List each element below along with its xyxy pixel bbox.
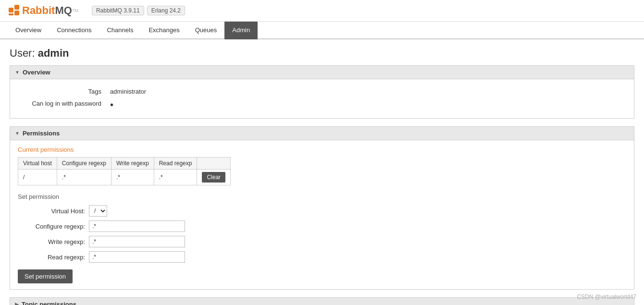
write-regexp-row: Write regexp: bbox=[18, 236, 626, 247]
tags-row: Tags administrator bbox=[19, 86, 625, 97]
permissions-table-header-row: Virtual host Configure regexp Write rege… bbox=[18, 158, 231, 170]
tags-label: Tags bbox=[19, 86, 105, 97]
permissions-table: Virtual host Configure regexp Write rege… bbox=[18, 157, 231, 185]
logo: RabbitMQTM bbox=[8, 4, 78, 17]
col-read: Read regexp bbox=[154, 158, 197, 170]
overview-section-title: Overview bbox=[23, 69, 50, 76]
row-vhost: / bbox=[18, 170, 57, 185]
permissions-section-title: Permissions bbox=[23, 130, 60, 137]
password-row: Can log in with password • bbox=[19, 98, 625, 111]
overview-section-header[interactable]: Overview bbox=[10, 65, 634, 79]
svg-rect-1 bbox=[14, 5, 19, 10]
top-bar: RabbitMQTM RabbitMQ 3.9.11 Erlang 24.2 bbox=[0, 0, 644, 22]
nav-overview[interactable]: Overview bbox=[8, 22, 49, 39]
table-row: / .* .* .* Clear bbox=[18, 170, 231, 185]
col-vhost: Virtual host bbox=[18, 158, 57, 170]
nav-admin[interactable]: Admin bbox=[224, 22, 258, 39]
nav-queues[interactable]: Queues bbox=[187, 22, 225, 39]
password-label: Can log in with password bbox=[19, 98, 105, 111]
set-permission-button[interactable]: Set permission bbox=[18, 269, 73, 283]
permissions-table-body: / .* .* .* Clear bbox=[18, 170, 231, 185]
write-regexp-label: Write regexp: bbox=[18, 238, 85, 245]
nav-connections[interactable]: Connections bbox=[49, 22, 99, 39]
logo-tm-text: TM bbox=[72, 8, 78, 13]
svg-rect-0 bbox=[9, 8, 13, 12]
row-read: .* bbox=[154, 170, 197, 185]
overview-collapse-arrow bbox=[15, 70, 20, 75]
virtual-host-label: Virtual Host: bbox=[18, 207, 85, 215]
erlang-version-badge: Erlang 24.2 bbox=[147, 6, 185, 15]
page-title: User: admin bbox=[10, 47, 634, 60]
svg-rect-2 bbox=[14, 11, 19, 15]
logo-mq-text: MQ bbox=[55, 4, 72, 17]
permissions-collapse-arrow bbox=[15, 131, 20, 136]
col-configure: Configure regexp bbox=[57, 158, 111, 170]
configure-regexp-label: Configure regexp: bbox=[18, 223, 85, 230]
page-content: User: admin Overview Tags administrator … bbox=[0, 39, 644, 305]
read-regexp-label: Read regexp: bbox=[18, 254, 85, 261]
virtual-host-row: Virtual Host: / bbox=[18, 205, 626, 217]
clear-button[interactable]: Clear bbox=[202, 172, 225, 183]
permissions-section-body: Current permissions Virtual host Configu… bbox=[10, 140, 634, 290]
row-write: .* bbox=[111, 170, 154, 185]
rabbitmq-version-badge: RabbitMQ 3.9.11 bbox=[92, 6, 144, 15]
tags-value: administrator bbox=[106, 86, 625, 97]
permissions-table-head: Virtual host Configure regexp Write rege… bbox=[18, 158, 231, 170]
version-badges: RabbitMQ 3.9.11 Erlang 24.2 bbox=[92, 6, 185, 15]
overview-section: Overview Tags administrator Can log in w… bbox=[10, 65, 634, 119]
configure-regexp-row: Configure regexp: bbox=[18, 220, 626, 232]
topic-permissions-section: Topic permissions bbox=[10, 297, 634, 305]
footer-credit: CSDN @virtualworld47 bbox=[577, 293, 636, 300]
page-title-prefix: User: bbox=[10, 47, 38, 59]
main-nav: Overview Connections Channels Exchanges … bbox=[0, 22, 644, 39]
current-permissions-label: Current permissions bbox=[18, 146, 626, 153]
rabbitmq-logo-icon bbox=[8, 4, 21, 17]
topic-permissions-section-title: Topic permissions bbox=[22, 301, 76, 305]
col-write: Write regexp bbox=[111, 158, 154, 170]
topic-permissions-section-header[interactable]: Topic permissions bbox=[10, 297, 634, 305]
col-action bbox=[197, 158, 231, 170]
svg-rect-3 bbox=[9, 13, 13, 15]
page-title-user: admin bbox=[38, 47, 69, 59]
row-action: Clear bbox=[197, 170, 231, 185]
password-value: • bbox=[106, 98, 625, 111]
nav-exchanges[interactable]: Exchanges bbox=[141, 22, 187, 39]
overview-section-body: Tags administrator Can log in with passw… bbox=[10, 79, 634, 119]
set-permission-section: Set permission Virtual Host: / Configure… bbox=[18, 193, 626, 283]
permissions-section: Permissions Current permissions Virtual … bbox=[10, 126, 634, 290]
password-dot: • bbox=[110, 99, 113, 110]
nav-channels[interactable]: Channels bbox=[99, 22, 141, 39]
permissions-section-header[interactable]: Permissions bbox=[10, 126, 634, 140]
overview-table: Tags administrator Can log in with passw… bbox=[18, 85, 626, 112]
read-regexp-input[interactable] bbox=[89, 251, 185, 263]
topic-permissions-collapse-arrow bbox=[15, 302, 19, 305]
read-regexp-row: Read regexp: bbox=[18, 251, 626, 263]
set-permission-title: Set permission bbox=[18, 193, 626, 200]
virtual-host-select[interactable]: / bbox=[89, 205, 107, 217]
logo-rabbit-text: Rabbit bbox=[22, 4, 55, 17]
row-configure: .* bbox=[57, 170, 111, 185]
configure-regexp-input[interactable] bbox=[89, 220, 185, 232]
write-regexp-input[interactable] bbox=[89, 236, 185, 247]
